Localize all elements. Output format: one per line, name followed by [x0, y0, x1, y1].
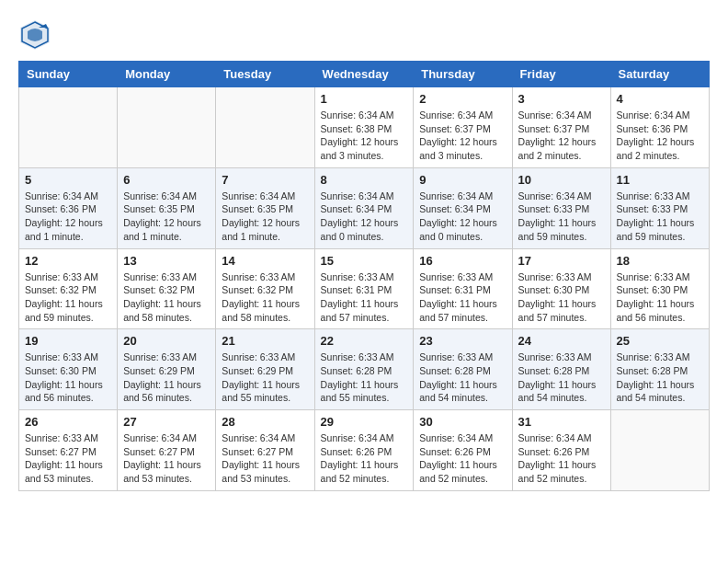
calendar-cell: 26Sunrise: 6:33 AM Sunset: 6:27 PM Dayli…	[19, 410, 118, 491]
day-info: Sunrise: 6:33 AM Sunset: 6:28 PM Dayligh…	[518, 350, 605, 405]
day-info: Sunrise: 6:34 AM Sunset: 6:26 PM Dayligh…	[321, 431, 408, 486]
day-number: 19	[25, 334, 111, 348]
calendar-cell: 1Sunrise: 6:34 AM Sunset: 6:38 PM Daylig…	[314, 87, 414, 168]
day-info: Sunrise: 6:34 AM Sunset: 6:37 PM Dayligh…	[419, 109, 506, 163]
calendar-table: SundayMondayTuesdayWednesdayThursdayFrid…	[18, 61, 710, 491]
day-info: Sunrise: 6:33 AM Sunset: 6:30 PM Dayligh…	[617, 270, 703, 325]
calendar-cell: 23Sunrise: 6:33 AM Sunset: 6:28 PM Dayli…	[414, 329, 512, 410]
day-info: Sunrise: 6:33 AM Sunset: 6:28 PM Dayligh…	[321, 350, 408, 405]
calendar-cell: 12Sunrise: 6:33 AM Sunset: 6:32 PM Dayli…	[19, 248, 118, 329]
calendar-cell: 20Sunrise: 6:33 AM Sunset: 6:29 PM Dayli…	[118, 329, 216, 410]
calendar-cell: 4Sunrise: 6:34 AM Sunset: 6:36 PM Daylig…	[610, 87, 709, 168]
day-info: Sunrise: 6:33 AM Sunset: 6:33 PM Dayligh…	[617, 190, 703, 244]
weekday-header: Saturday	[610, 62, 709, 87]
calendar-cell: 27Sunrise: 6:34 AM Sunset: 6:27 PM Dayli…	[118, 410, 216, 491]
logo	[18, 18, 55, 52]
calendar-cell: 16Sunrise: 6:33 AM Sunset: 6:31 PM Dayli…	[414, 248, 512, 329]
day-number: 23	[419, 334, 506, 348]
calendar-cell: 11Sunrise: 6:33 AM Sunset: 6:33 PM Dayli…	[610, 167, 709, 248]
day-info: Sunrise: 6:34 AM Sunset: 6:35 PM Dayligh…	[123, 190, 210, 244]
calendar-cell: 30Sunrise: 6:34 AM Sunset: 6:26 PM Dayli…	[414, 410, 512, 491]
calendar-cell: 7Sunrise: 6:34 AM Sunset: 6:35 PM Daylig…	[216, 167, 314, 248]
day-info: Sunrise: 6:34 AM Sunset: 6:36 PM Dayligh…	[617, 109, 703, 163]
day-info: Sunrise: 6:33 AM Sunset: 6:30 PM Dayligh…	[518, 270, 605, 325]
calendar-cell: 3Sunrise: 6:34 AM Sunset: 6:37 PM Daylig…	[512, 87, 610, 168]
day-info: Sunrise: 6:34 AM Sunset: 6:33 PM Dayligh…	[518, 190, 605, 244]
day-number: 4	[617, 92, 703, 106]
calendar-cell	[216, 87, 314, 168]
day-number: 24	[518, 334, 605, 348]
day-info: Sunrise: 6:33 AM Sunset: 6:32 PM Dayligh…	[222, 270, 308, 325]
calendar-cell	[19, 87, 118, 168]
day-info: Sunrise: 6:33 AM Sunset: 6:31 PM Dayligh…	[419, 270, 506, 325]
day-number: 31	[518, 415, 605, 429]
page-header	[18, 18, 710, 52]
day-number: 1	[321, 92, 408, 106]
calendar-cell: 28Sunrise: 6:34 AM Sunset: 6:27 PM Dayli…	[216, 410, 314, 491]
calendar-cell: 14Sunrise: 6:33 AM Sunset: 6:32 PM Dayli…	[216, 248, 314, 329]
calendar-cell: 24Sunrise: 6:33 AM Sunset: 6:28 PM Dayli…	[512, 329, 610, 410]
day-number: 2	[419, 92, 506, 106]
day-number: 25	[617, 334, 703, 348]
calendar-week-row: 26Sunrise: 6:33 AM Sunset: 6:27 PM Dayli…	[19, 410, 710, 491]
day-number: 15	[321, 254, 408, 268]
day-number: 7	[222, 173, 308, 187]
day-number: 22	[321, 334, 408, 348]
calendar-cell: 6Sunrise: 6:34 AM Sunset: 6:35 PM Daylig…	[118, 167, 216, 248]
day-info: Sunrise: 6:34 AM Sunset: 6:35 PM Dayligh…	[222, 190, 308, 244]
calendar-cell: 15Sunrise: 6:33 AM Sunset: 6:31 PM Dayli…	[314, 248, 414, 329]
day-info: Sunrise: 6:33 AM Sunset: 6:28 PM Dayligh…	[617, 350, 703, 405]
day-info: Sunrise: 6:34 AM Sunset: 6:27 PM Dayligh…	[222, 431, 308, 486]
day-number: 11	[617, 173, 703, 187]
calendar-cell: 31Sunrise: 6:34 AM Sunset: 6:26 PM Dayli…	[512, 410, 610, 491]
logo-icon	[18, 18, 51, 52]
weekday-header: Friday	[512, 62, 610, 87]
calendar-cell: 25Sunrise: 6:33 AM Sunset: 6:28 PM Dayli…	[610, 329, 709, 410]
day-number: 16	[419, 254, 506, 268]
day-number: 10	[518, 173, 605, 187]
day-number: 12	[25, 254, 111, 268]
day-info: Sunrise: 6:33 AM Sunset: 6:32 PM Dayligh…	[123, 270, 210, 325]
weekday-header: Sunday	[19, 62, 118, 87]
calendar-cell: 10Sunrise: 6:34 AM Sunset: 6:33 PM Dayli…	[512, 167, 610, 248]
calendar-cell: 18Sunrise: 6:33 AM Sunset: 6:30 PM Dayli…	[610, 248, 709, 329]
day-number: 3	[518, 92, 605, 106]
calendar-cell: 13Sunrise: 6:33 AM Sunset: 6:32 PM Dayli…	[118, 248, 216, 329]
day-info: Sunrise: 6:33 AM Sunset: 6:32 PM Dayligh…	[25, 270, 111, 325]
day-number: 8	[321, 173, 408, 187]
day-number: 13	[123, 254, 210, 268]
day-info: Sunrise: 6:33 AM Sunset: 6:27 PM Dayligh…	[25, 431, 111, 486]
calendar-cell: 19Sunrise: 6:33 AM Sunset: 6:30 PM Dayli…	[19, 329, 118, 410]
day-info: Sunrise: 6:33 AM Sunset: 6:28 PM Dayligh…	[419, 350, 506, 405]
day-info: Sunrise: 6:33 AM Sunset: 6:29 PM Dayligh…	[123, 350, 210, 405]
weekday-header: Tuesday	[216, 62, 314, 87]
day-info: Sunrise: 6:34 AM Sunset: 6:26 PM Dayligh…	[518, 431, 605, 486]
day-number: 5	[25, 173, 111, 187]
weekday-header: Thursday	[414, 62, 512, 87]
calendar-cell	[118, 87, 216, 168]
calendar-cell: 22Sunrise: 6:33 AM Sunset: 6:28 PM Dayli…	[314, 329, 414, 410]
day-info: Sunrise: 6:33 AM Sunset: 6:29 PM Dayligh…	[222, 350, 308, 405]
day-number: 27	[123, 415, 210, 429]
calendar-cell	[610, 410, 709, 491]
day-number: 30	[419, 415, 506, 429]
day-info: Sunrise: 6:34 AM Sunset: 6:34 PM Dayligh…	[321, 190, 408, 244]
calendar-week-row: 12Sunrise: 6:33 AM Sunset: 6:32 PM Dayli…	[19, 248, 710, 329]
calendar-week-row: 5Sunrise: 6:34 AM Sunset: 6:36 PM Daylig…	[19, 167, 710, 248]
calendar-cell: 5Sunrise: 6:34 AM Sunset: 6:36 PM Daylig…	[19, 167, 118, 248]
calendar-cell: 17Sunrise: 6:33 AM Sunset: 6:30 PM Dayli…	[512, 248, 610, 329]
day-number: 26	[25, 415, 111, 429]
calendar-cell: 29Sunrise: 6:34 AM Sunset: 6:26 PM Dayli…	[314, 410, 414, 491]
calendar-week-row: 1Sunrise: 6:34 AM Sunset: 6:38 PM Daylig…	[19, 87, 710, 168]
day-info: Sunrise: 6:34 AM Sunset: 6:38 PM Dayligh…	[321, 109, 408, 163]
calendar-week-row: 19Sunrise: 6:33 AM Sunset: 6:30 PM Dayli…	[19, 329, 710, 410]
day-info: Sunrise: 6:34 AM Sunset: 6:37 PM Dayligh…	[518, 109, 605, 163]
day-number: 14	[222, 254, 308, 268]
calendar-cell: 2Sunrise: 6:34 AM Sunset: 6:37 PM Daylig…	[414, 87, 512, 168]
day-number: 21	[222, 334, 308, 348]
calendar-cell: 8Sunrise: 6:34 AM Sunset: 6:34 PM Daylig…	[314, 167, 414, 248]
day-info: Sunrise: 6:33 AM Sunset: 6:31 PM Dayligh…	[321, 270, 408, 325]
day-info: Sunrise: 6:34 AM Sunset: 6:36 PM Dayligh…	[25, 190, 111, 244]
day-number: 9	[419, 173, 506, 187]
day-info: Sunrise: 6:34 AM Sunset: 6:26 PM Dayligh…	[419, 431, 506, 486]
